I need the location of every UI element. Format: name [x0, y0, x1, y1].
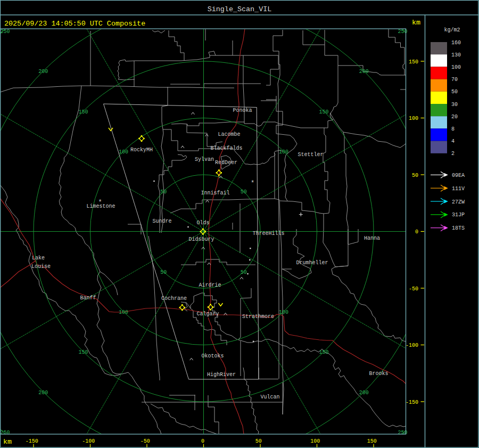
svg-text:30: 30 — [451, 102, 458, 108]
svg-text:100: 100 — [119, 149, 128, 155]
svg-text:Sundre: Sundre — [153, 218, 172, 224]
svg-text:100: 100 — [409, 116, 418, 121]
svg-text:150: 150 — [319, 349, 328, 355]
svg-text:kg/m2: kg/m2 — [444, 27, 460, 33]
svg-text:Cochrane: Cochrane — [161, 296, 187, 302]
svg-text:Okotoks: Okotoks — [202, 353, 224, 359]
svg-text:-50: -50 — [141, 438, 150, 444]
svg-text:150: 150 — [79, 109, 88, 115]
svg-text:Hanna: Hanna — [364, 235, 380, 241]
svg-text:200: 200 — [359, 390, 369, 396]
svg-text:Lake: Lake — [32, 255, 45, 261]
svg-text:20: 20 — [451, 114, 458, 120]
svg-text:Stettler: Stettler — [298, 152, 324, 158]
svg-text:km: km — [3, 438, 12, 446]
svg-text:-100: -100 — [406, 343, 418, 348]
svg-text:50: 50 — [255, 438, 262, 444]
svg-text:Airdrie: Airdrie — [199, 282, 221, 288]
svg-text:100: 100 — [279, 309, 288, 315]
svg-text:Calgary: Calgary — [197, 311, 219, 317]
svg-text:RockyMH: RockyMH — [130, 147, 153, 153]
svg-text:Didsbury: Didsbury — [189, 237, 214, 242]
svg-text:70: 70 — [451, 77, 458, 83]
svg-text:200: 200 — [38, 69, 48, 75]
svg-text:18TS: 18TS — [452, 225, 465, 231]
svg-text:100: 100 — [279, 149, 288, 155]
svg-text:100: 100 — [310, 438, 320, 444]
svg-text:8: 8 — [451, 126, 455, 132]
svg-text:0: 0 — [415, 229, 418, 235]
svg-text:Banff: Banff — [80, 295, 96, 301]
svg-text:150: 150 — [409, 59, 418, 65]
svg-text:250: 250 — [1, 430, 10, 436]
svg-text:50: 50 — [451, 89, 458, 95]
svg-text:Blackfalds: Blackfalds — [211, 145, 243, 151]
svg-text:50: 50 — [412, 173, 418, 178]
svg-text:100: 100 — [451, 64, 461, 70]
svg-text:Vulcan: Vulcan — [261, 394, 280, 400]
svg-text:09EA: 09EA — [452, 173, 465, 178]
svg-text:100: 100 — [119, 309, 128, 315]
svg-text:50: 50 — [241, 189, 247, 195]
svg-text:Olds: Olds — [197, 220, 210, 226]
svg-text:Louise: Louise — [31, 264, 51, 270]
svg-text:50: 50 — [160, 189, 167, 195]
svg-text:km: km — [412, 19, 420, 27]
svg-text:150: 150 — [367, 438, 377, 444]
svg-text:*: * — [251, 180, 254, 187]
svg-text:111V: 111V — [452, 186, 465, 192]
svg-text:-150: -150 — [26, 438, 38, 444]
svg-text:200: 200 — [38, 390, 48, 396]
svg-text:Innisfail: Innisfail — [201, 190, 230, 196]
svg-text:Sylvan: Sylvan — [195, 157, 214, 162]
svg-text:*: * — [98, 199, 102, 206]
svg-text:-100: -100 — [82, 438, 95, 444]
svg-text:HighRiver: HighRiver — [207, 372, 236, 378]
svg-text:31JP: 31JP — [452, 212, 465, 218]
svg-text:150: 150 — [319, 109, 328, 115]
svg-text:-50: -50 — [409, 286, 418, 292]
svg-text:200: 200 — [359, 69, 369, 75]
svg-text:Brooks: Brooks — [369, 371, 389, 377]
svg-text:160: 160 — [451, 40, 461, 46]
svg-text:Lacombe: Lacombe — [218, 132, 241, 137]
svg-text:150: 150 — [79, 349, 88, 355]
svg-text:0: 0 — [201, 438, 204, 444]
svg-text:-150: -150 — [406, 400, 418, 405]
svg-text:130: 130 — [451, 52, 461, 58]
svg-text:ThreeHills: ThreeHills — [253, 231, 285, 237]
svg-text:50: 50 — [241, 270, 247, 275]
svg-text:Single_Scan_VIL: Single_Scan_VIL — [208, 5, 272, 13]
svg-text:50: 50 — [160, 270, 167, 275]
svg-text:4: 4 — [451, 139, 455, 144]
svg-text:Ponoka: Ponoka — [233, 108, 252, 113]
svg-text:2: 2 — [451, 151, 455, 157]
svg-text:RedDeer: RedDeer — [215, 160, 237, 166]
svg-text:2025/09/23 14:05:50 UTC Compos: 2025/09/23 14:05:50 UTC Composite — [4, 20, 145, 28]
svg-text:Strathmore: Strathmore — [242, 314, 274, 320]
svg-text:Drumheller: Drumheller — [296, 260, 328, 266]
svg-text:27ZW: 27ZW — [452, 199, 465, 205]
svg-text:250: 250 — [1, 29, 10, 35]
